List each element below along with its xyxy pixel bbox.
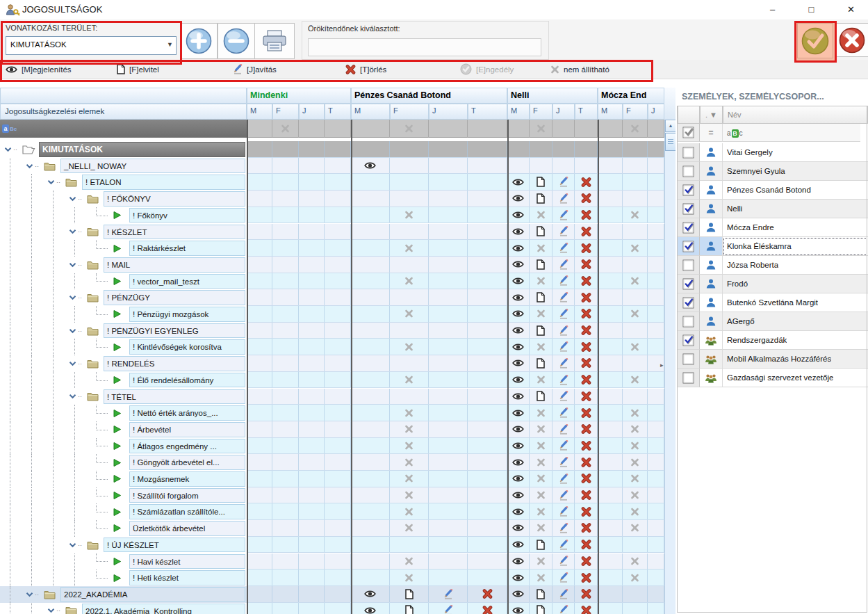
person-name-cell[interactable]: Szemnyei Gyula [723,162,868,181]
perm-cell-penzes-M[interactable] [351,471,390,487]
perm-cell-mindenki-T[interactable] [325,438,351,454]
perm-cell-nelli-F[interactable] [530,554,552,569]
person-checkbox[interactable] [678,143,700,162]
perm-cell-mocza-F[interactable] [623,141,648,157]
perm-cell-mocza-M[interactable] [598,273,623,289]
perm-cell-mocza-M[interactable] [598,240,623,256]
perm-cell-mocza-J[interactable] [648,174,664,190]
tree-row-label[interactable]: ! Heti készlet [129,570,245,585]
perm-cell-penzes-T[interactable] [468,257,507,273]
tree-row-label[interactable]: _NELLI_ NOWAY [60,159,245,174]
perm-cell-nelli-F[interactable] [530,207,552,223]
perm-cell-mocza-M[interactable] [598,174,623,190]
perm-cell-nelli-T[interactable] [575,421,598,437]
perm-cell-nelli-M[interactable] [507,554,530,569]
perm-cell-penzes-F[interactable] [390,389,429,405]
tree-row-label[interactable]: ! Átlagos engedmény ... [129,439,245,454]
expander-icon[interactable] [69,389,76,405]
person-checkbox[interactable] [678,181,700,200]
perm-cell-mindenki-J[interactable] [299,141,325,157]
perm-cell-nelli-M[interactable] [507,537,530,553]
perm-cell-nelli-F[interactable] [530,191,552,207]
perm-cell-mocza-J[interactable] [648,339,664,355]
person-row[interactable]: Mócza Endre [678,218,867,237]
perm-cell-penzes-F[interactable] [390,405,429,421]
perm-cell-mindenki-T[interactable] [325,503,351,519]
perm-cell-nelli-J[interactable] [552,487,575,503]
perm-cell-mocza-F[interactable] [623,240,648,256]
person-name-cell[interactable]: Frodó [723,275,868,293]
perm-cell-mocza-F[interactable] [623,537,648,553]
perm-cell-nelli-T[interactable] [575,240,598,256]
perm-cell-mocza-J[interactable] [648,158,664,174]
perm-cell-penzes-F[interactable] [390,323,429,339]
perm-cell-penzes-T[interactable] [468,207,507,223]
perm-cell-mindenki-F[interactable] [272,438,299,454]
perm-cell-nelli-J[interactable] [552,405,575,421]
person-filter-operator[interactable]: = [700,124,723,142]
expander-icon[interactable] [69,257,76,273]
tree-row[interactable]: ! Főkönyv [0,207,664,224]
perm-cell-mindenki-J[interactable] [299,257,325,273]
person-row[interactable]: Szemnyei Gyula [678,162,867,181]
perm-cell-mocza-F[interactable] [623,323,648,339]
perm-cell-nelli-T[interactable] [575,537,598,553]
perm-cell-penzes-J[interactable] [429,174,468,190]
perm-cell-nelli-J[interactable] [552,289,575,305]
perm-cell-penzes-J[interactable] [429,554,468,569]
perm-cell-mindenki-F[interactable] [272,306,299,322]
perm-cell-mindenki-M[interactable] [247,323,272,339]
perm-cell-penzes-J[interactable] [429,603,468,614]
perm-cell-nelli-M[interactable] [507,207,530,223]
tree-row[interactable]: ‥! MAIL [0,257,664,273]
perm-cell-nelli-J[interactable] [552,355,575,371]
tree-row[interactable]: Üzletkötők árbevétel [0,520,664,537]
perm-cell-penzes-F[interactable] [390,537,429,553]
perm-cell-mindenki-M[interactable] [247,438,272,454]
perm-cell-mocza-M[interactable] [598,554,623,569]
tree-row-label[interactable]: ! Nettó érték arányos_... [129,405,245,421]
perm-cell-mocza-J[interactable] [648,520,664,536]
perm-cell-mocza-M[interactable] [598,372,623,388]
tree-row-label[interactable]: ! PÉNZÜGYI EGYENLEG [104,323,245,339]
person-checkbox[interactable] [678,331,700,350]
perm-cell-nelli-J[interactable] [552,224,575,240]
perm-cell-penzes-J[interactable] [429,454,468,470]
perm-cell-mindenki-M[interactable] [247,421,272,437]
perm-cell-penzes-J[interactable] [429,158,468,174]
perm-cell-penzes-F[interactable] [390,174,429,190]
perm-cell-nelli-M[interactable] [507,257,530,273]
expander-icon[interactable] [69,191,76,207]
perm-cell-nelli-F[interactable] [530,520,552,536]
perm-cell-mindenki-J[interactable] [299,372,325,388]
perm-cell-nelli-M[interactable] [507,603,530,614]
tree-row-label[interactable]: 2022_AKADÉMIA [60,587,245,602]
maximize-button[interactable]: □ [796,0,827,19]
perm-cell-nelli-T[interactable] [575,569,598,585]
perm-cell-penzes-J[interactable] [429,355,468,371]
perm-cell-penzes-M[interactable] [351,520,390,536]
perm-cell-nelli-F[interactable] [530,141,552,157]
perm-cell-mocza-F[interactable] [623,224,648,240]
perm-cell-mindenki-T[interactable] [325,603,351,614]
perm-cell-penzes-J[interactable] [429,257,468,273]
perm-cell-penzes-M[interactable] [351,355,390,371]
perm-cell-mindenki-F[interactable] [272,520,299,536]
perm-cell-mindenki-J[interactable] [299,174,325,190]
perm-cell-nelli-T[interactable] [575,438,598,454]
perm-cell-nelli-M[interactable] [507,372,530,388]
perm-cell-mindenki-M[interactable] [247,306,272,322]
perm-cell-mocza-F[interactable] [623,389,648,405]
perm-cell-mocza-J[interactable] [648,389,664,405]
perm-cell-penzes-T[interactable] [468,586,507,602]
tree-row[interactable]: ‥! PÉNZÜGY [0,289,664,306]
tree-row[interactable]: ‥! TÉTEL [0,389,664,405]
filter-cell-nelli-F[interactable] [530,120,552,138]
perm-cell-mindenki-F[interactable] [272,289,299,305]
perm-cell-mindenki-J[interactable] [299,603,325,614]
perm-cell-mindenki-J[interactable] [299,487,325,503]
perm-cell-mocza-J[interactable] [648,257,664,273]
perm-cell-mocza-F[interactable] [623,569,648,585]
perm-cell-mocza-M[interactable] [598,438,623,454]
perm-cell-penzes-M[interactable] [351,569,390,585]
